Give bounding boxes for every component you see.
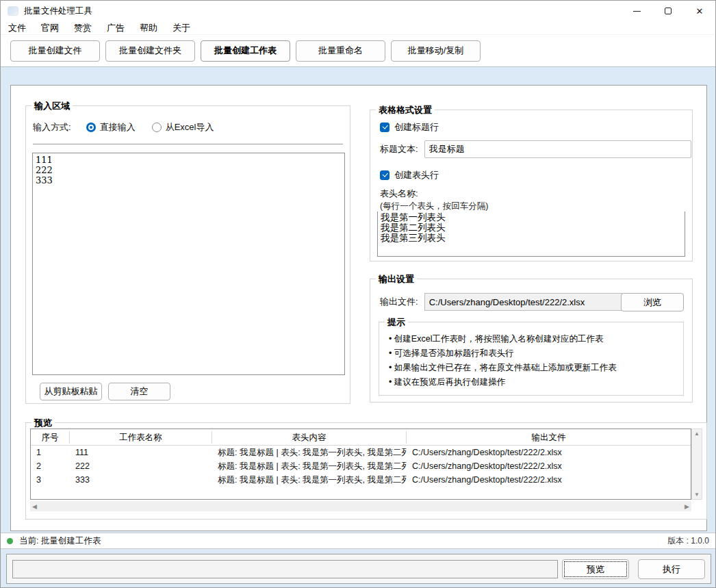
maximize-button[interactable] <box>652 1 684 21</box>
column-header: 序号 <box>31 431 70 444</box>
header-names-textarea[interactable]: 我是第一列表头 我是第二列表头 我是第三列表头 <box>377 212 685 257</box>
checkbox-label: 创建标题行 <box>394 121 439 133</box>
input-mode-radio[interactable]: 直接输入 <box>86 121 136 133</box>
app-window: 批量文件处理工具 ✕ 文件官网赞赏广告帮助关于 批量创建文件批量创建文件夹批量创… <box>0 0 716 588</box>
status-bar: 当前: 批量创建工作表 版本 : 1.0.0 <box>1 533 715 549</box>
input-section-title: 输入区域 <box>31 100 73 112</box>
cell-output-file: C:/Users/zhang/Desktop/test/222/2.xlsx <box>407 448 691 457</box>
input-mode-label: 输入方式: <box>33 121 71 133</box>
progress-bar <box>12 560 558 578</box>
menu-item[interactable]: 关于 <box>172 22 190 34</box>
output-file-label: 输出文件: <box>380 296 418 308</box>
input-mode-radios: 直接输入 从Excel导入 <box>86 121 214 133</box>
menu-item[interactable]: 文件 <box>8 22 26 34</box>
maximize-icon <box>665 8 672 14</box>
menu-item[interactable]: 官网 <box>41 22 59 34</box>
input-mode-radio[interactable]: 从Excel导入 <box>152 121 214 133</box>
tip-item: 如果输出文件已存在，将在原文件基础上添加或更新工作表 <box>389 361 617 375</box>
header-names-label: 表头名称: <box>380 188 418 200</box>
title-text-row: 标题文本: <box>380 140 691 158</box>
tip-item: 创建Excel工作表时，将按照输入名称创建对应的工作表 <box>389 332 617 346</box>
title-text-label: 标题文本: <box>380 143 418 155</box>
tab-button[interactable]: 批量重命名 <box>296 40 385 62</box>
table-row[interactable]: 2 222 标题: 我是标题 | 表头: 我是第一列表头, 我是第二列表 C:/… <box>31 459 691 473</box>
menu-item[interactable]: 广告 <box>107 22 125 34</box>
cell-sheet-name: 333 <box>70 475 212 485</box>
output-file-row: 输出文件: <box>380 293 623 311</box>
tab-bar: 批量创建文件批量创建文件夹批量创建工作表批量重命名批量移动/复制 <box>1 35 715 67</box>
preview-table-header: 序号 工作表名称 表头内容 输出文件 <box>31 429 691 446</box>
app-icon <box>8 6 18 16</box>
cell-header-content: 标题: 我是标题 | 表头: 我是第一列表头, 我是第二列表 <box>212 461 407 472</box>
scroll-left-icon[interactable]: ◀ <box>32 503 37 510</box>
version-text: 版本 : 1.0.0 <box>667 535 709 547</box>
cell-index: 1 <box>31 448 70 457</box>
horizontal-scrollbar[interactable]: ◀ ▶ <box>30 501 691 511</box>
output-settings-section: 输出设置 输出文件: 浏览 提示 创建Excel工作表时，将按照输入名称创建对应… <box>370 279 693 402</box>
preview-table-body: 1 111 标题: 我是标题 | 表头: 我是第一列表头, 我是第二列表 C:/… <box>31 446 691 487</box>
minimize-icon <box>633 11 641 12</box>
clear-button[interactable]: 清空 <box>108 383 170 400</box>
close-button[interactable]: ✕ <box>684 1 715 21</box>
cell-header-content: 标题: 我是标题 | 表头: 我是第一列表头, 我是第二列表 <box>212 474 407 486</box>
scroll-up-icon[interactable]: ▲ <box>692 431 702 437</box>
cell-sheet-name: 111 <box>70 448 212 457</box>
cell-output-file: C:/Users/zhang/Desktop/test/222/2.xlsx <box>407 461 691 471</box>
tip-item: 建议在预览后再执行创建操作 <box>389 375 617 389</box>
preview-button[interactable]: 预览 <box>562 559 629 579</box>
radio-icon <box>86 123 96 132</box>
create-title-row-option: 创建标题行 <box>380 121 439 133</box>
menu-item[interactable]: 赞赏 <box>74 22 92 34</box>
format-settings-section: 表格格式设置 创建标题行 标题文本: 创建表头行 表头名称: (每行一个表头，按… <box>370 110 693 261</box>
scroll-right-icon[interactable]: ▶ <box>685 503 689 510</box>
names-input-textarea[interactable]: 111 222 333 <box>32 153 345 375</box>
output-file-input[interactable] <box>424 293 623 311</box>
column-header: 工作表名称 <box>70 431 212 444</box>
tab-button[interactable]: 批量创建文件夹 <box>105 40 195 62</box>
header-names-hint: (每行一个表头，按回车分隔) <box>380 201 488 212</box>
tips-list: 创建Excel工作表时，将按照输入名称创建对应的工作表可选择是否添加标题行和表头… <box>389 332 617 389</box>
execute-button[interactable]: 执行 <box>638 559 705 579</box>
scroll-down-icon[interactable]: ▼ <box>692 491 702 498</box>
tips-section: 提示 创建Excel工作表时，将按照输入名称创建对应的工作表可选择是否添加标题行… <box>379 322 684 396</box>
status-text: 当前: 批量创建工作表 <box>19 535 101 547</box>
menu-bar: 文件官网赞赏广告帮助关于 <box>1 21 715 35</box>
title-text-input[interactable] <box>424 140 691 158</box>
create-header-row-option: 创建表头行 <box>380 169 439 181</box>
checkbox-label: 创建表头行 <box>394 169 439 181</box>
radio-label: 直接输入 <box>100 121 136 133</box>
tab-button[interactable]: 批量创建工作表 <box>201 40 290 62</box>
tab-button[interactable]: 批量创建文件 <box>10 40 100 62</box>
input-section: 输入区域 输入方式: 直接输入 从Excel导入 111 222 333 从剪贴… <box>25 105 350 404</box>
cell-output-file: C:/Users/zhang/Desktop/test/222/2.xlsx <box>407 475 691 485</box>
radio-icon <box>152 123 162 132</box>
window-title: 批量文件处理工具 <box>24 5 92 17</box>
format-settings-title: 表格格式设置 <box>376 104 435 116</box>
column-header: 输出文件 <box>407 431 691 444</box>
input-mode-row: 输入方式: 直接输入 从Excel导入 <box>33 121 214 133</box>
tip-item: 可选择是否添加标题行和表头行 <box>389 346 617 361</box>
table-row[interactable]: 1 111 标题: 我是标题 | 表头: 我是第一列表头, 我是第二列表 C:/… <box>31 446 691 459</box>
window-controls: ✕ <box>621 1 715 21</box>
cell-index: 3 <box>31 475 70 485</box>
vertical-scrollbar[interactable]: ▲ ▼ <box>691 429 702 500</box>
table-row[interactable]: 3 333 标题: 我是标题 | 表头: 我是第一列表头, 我是第二列表 C:/… <box>31 473 691 487</box>
cell-sheet-name: 222 <box>70 461 212 471</box>
menu-item[interactable]: 帮助 <box>140 22 157 34</box>
tab-button[interactable]: 批量移动/复制 <box>391 40 481 62</box>
separator <box>33 144 343 144</box>
checkbox-icon[interactable] <box>380 123 389 132</box>
cell-index: 2 <box>31 461 70 471</box>
cell-header-content: 标题: 我是标题 | 表头: 我是第一列表头, 我是第二列表 <box>212 447 407 459</box>
preview-title: 预览 <box>31 417 55 429</box>
title-bar: 批量文件处理工具 ✕ <box>1 1 715 21</box>
column-header: 表头内容 <box>212 431 407 444</box>
tips-title: 提示 <box>385 316 408 329</box>
browse-button[interactable]: 浏览 <box>621 293 684 311</box>
output-settings-title: 输出设置 <box>376 273 417 285</box>
minimize-button[interactable] <box>621 1 652 21</box>
main-panel: 输入区域 输入方式: 直接输入 从Excel导入 111 222 333 从剪贴… <box>10 85 707 531</box>
paste-from-clipboard-button[interactable]: 从剪贴板粘贴 <box>40 383 102 400</box>
radio-label: 从Excel导入 <box>166 121 214 133</box>
checkbox-icon[interactable] <box>380 170 389 180</box>
